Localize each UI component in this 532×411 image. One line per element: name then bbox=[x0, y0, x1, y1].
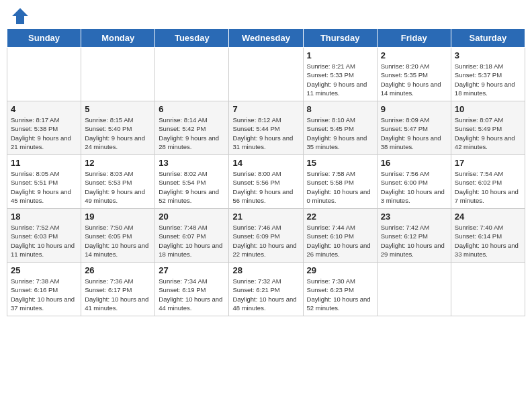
svg-marker-0 bbox=[12, 8, 28, 24]
day-number: 28 bbox=[232, 265, 299, 275]
day-info: Sunrise: 8:03 AM Sunset: 5:53 PM Dayligh… bbox=[85, 169, 151, 205]
calendar-cell: 10Sunrise: 8:07 AM Sunset: 5:49 PM Dayli… bbox=[451, 101, 525, 155]
calendar-cell: 11Sunrise: 8:05 AM Sunset: 5:51 PM Dayli… bbox=[7, 155, 81, 209]
day-number: 16 bbox=[381, 158, 447, 168]
calendar-cell: 22Sunrise: 7:44 AM Sunset: 6:10 PM Dayli… bbox=[303, 209, 377, 263]
day-info: Sunrise: 8:20 AM Sunset: 5:35 PM Dayligh… bbox=[381, 62, 447, 97]
calendar-cell: 4Sunrise: 8:17 AM Sunset: 5:38 PM Daylig… bbox=[7, 101, 81, 155]
calendar-table: SundayMondayTuesdayWednesdayThursdayFrid… bbox=[7, 28, 525, 316]
weekday-header-sunday: Sunday bbox=[7, 29, 81, 48]
day-info: Sunrise: 7:58 AM Sunset: 5:58 PM Dayligh… bbox=[307, 169, 373, 205]
calendar-cell bbox=[451, 263, 525, 316]
logo bbox=[9, 7, 30, 23]
day-info: Sunrise: 7:50 AM Sunset: 6:05 PM Dayligh… bbox=[85, 223, 151, 259]
calendar-cell: 28Sunrise: 7:32 AM Sunset: 6:21 PM Dayli… bbox=[229, 263, 303, 316]
day-number: 9 bbox=[381, 104, 447, 114]
day-info: Sunrise: 8:21 AM Sunset: 5:33 PM Dayligh… bbox=[307, 62, 373, 97]
day-info: Sunrise: 7:54 AM Sunset: 6:02 PM Dayligh… bbox=[455, 169, 521, 205]
day-number: 8 bbox=[307, 104, 373, 114]
day-info: Sunrise: 8:15 AM Sunset: 5:40 PM Dayligh… bbox=[85, 116, 151, 151]
weekday-header-saturday: Saturday bbox=[451, 29, 525, 48]
day-number: 1 bbox=[307, 50, 373, 60]
day-info: Sunrise: 7:30 AM Sunset: 6:23 PM Dayligh… bbox=[307, 277, 373, 312]
calendar-cell: 23Sunrise: 7:42 AM Sunset: 6:12 PM Dayli… bbox=[377, 209, 451, 263]
day-info: Sunrise: 7:38 AM Sunset: 6:16 PM Dayligh… bbox=[11, 277, 77, 312]
day-info: Sunrise: 8:10 AM Sunset: 5:45 PM Dayligh… bbox=[307, 116, 373, 151]
day-info: Sunrise: 8:14 AM Sunset: 5:42 PM Dayligh… bbox=[159, 116, 225, 151]
day-number: 7 bbox=[232, 104, 299, 114]
day-number: 22 bbox=[307, 212, 373, 222]
day-info: Sunrise: 7:52 AM Sunset: 6:03 PM Dayligh… bbox=[11, 223, 77, 259]
calendar-cell: 5Sunrise: 8:15 AM Sunset: 5:40 PM Daylig… bbox=[81, 101, 155, 155]
day-number: 15 bbox=[307, 158, 373, 168]
calendar-cell: 26Sunrise: 7:36 AM Sunset: 6:17 PM Dayli… bbox=[81, 263, 155, 316]
calendar-cell: 21Sunrise: 7:46 AM Sunset: 6:09 PM Dayli… bbox=[229, 209, 303, 263]
day-number: 20 bbox=[159, 212, 225, 222]
calendar-cell bbox=[377, 263, 451, 316]
day-number: 21 bbox=[232, 212, 299, 222]
day-number: 25 bbox=[11, 265, 77, 275]
calendar-cell: 25Sunrise: 7:38 AM Sunset: 6:16 PM Dayli… bbox=[7, 263, 81, 316]
day-number: 19 bbox=[85, 212, 151, 222]
calendar-cell: 18Sunrise: 7:52 AM Sunset: 6:03 PM Dayli… bbox=[7, 209, 81, 263]
day-info: Sunrise: 7:48 AM Sunset: 6:07 PM Dayligh… bbox=[159, 223, 225, 259]
day-info: Sunrise: 7:46 AM Sunset: 6:09 PM Dayligh… bbox=[232, 223, 299, 259]
calendar-cell: 27Sunrise: 7:34 AM Sunset: 6:19 PM Dayli… bbox=[155, 263, 229, 316]
day-number: 24 bbox=[455, 212, 521, 222]
calendar-body: 1Sunrise: 8:21 AM Sunset: 5:33 PM Daylig… bbox=[7, 48, 525, 316]
day-info: Sunrise: 8:02 AM Sunset: 5:54 PM Dayligh… bbox=[159, 169, 225, 205]
day-info: Sunrise: 7:44 AM Sunset: 6:10 PM Dayligh… bbox=[307, 223, 373, 259]
calendar-cell: 16Sunrise: 7:56 AM Sunset: 6:00 PM Dayli… bbox=[377, 155, 451, 209]
day-number: 5 bbox=[85, 104, 151, 114]
day-info: Sunrise: 7:40 AM Sunset: 6:14 PM Dayligh… bbox=[455, 223, 521, 259]
day-info: Sunrise: 7:56 AM Sunset: 6:00 PM Dayligh… bbox=[381, 169, 447, 205]
calendar-cell: 7Sunrise: 8:12 AM Sunset: 5:44 PM Daylig… bbox=[229, 101, 303, 155]
calendar-cell: 1Sunrise: 8:21 AM Sunset: 5:33 PM Daylig… bbox=[303, 48, 377, 101]
calendar-cell bbox=[81, 48, 155, 101]
day-info: Sunrise: 7:32 AM Sunset: 6:21 PM Dayligh… bbox=[232, 277, 299, 312]
day-number: 26 bbox=[85, 265, 151, 275]
calendar-cell: 2Sunrise: 8:20 AM Sunset: 5:35 PM Daylig… bbox=[377, 48, 451, 101]
day-number: 4 bbox=[11, 104, 77, 114]
day-number: 23 bbox=[381, 212, 447, 222]
calendar-week-3: 18Sunrise: 7:52 AM Sunset: 6:03 PM Dayli… bbox=[7, 209, 525, 263]
day-number: 29 bbox=[307, 265, 373, 275]
day-number: 13 bbox=[159, 158, 225, 168]
calendar-cell: 20Sunrise: 7:48 AM Sunset: 6:07 PM Dayli… bbox=[155, 209, 229, 263]
day-info: Sunrise: 8:12 AM Sunset: 5:44 PM Dayligh… bbox=[232, 116, 299, 151]
day-info: Sunrise: 8:00 AM Sunset: 5:56 PM Dayligh… bbox=[232, 169, 299, 205]
day-number: 14 bbox=[232, 158, 299, 168]
day-info: Sunrise: 7:36 AM Sunset: 6:17 PM Dayligh… bbox=[85, 277, 151, 312]
calendar-cell bbox=[7, 48, 81, 101]
day-info: Sunrise: 7:34 AM Sunset: 6:19 PM Dayligh… bbox=[159, 277, 225, 312]
day-number: 11 bbox=[11, 158, 77, 168]
weekday-header-wednesday: Wednesday bbox=[229, 29, 303, 48]
day-number: 12 bbox=[85, 158, 151, 168]
calendar-cell: 14Sunrise: 8:00 AM Sunset: 5:56 PM Dayli… bbox=[229, 155, 303, 209]
calendar-week-4: 25Sunrise: 7:38 AM Sunset: 6:16 PM Dayli… bbox=[7, 263, 525, 316]
calendar-cell: 17Sunrise: 7:54 AM Sunset: 6:02 PM Dayli… bbox=[451, 155, 525, 209]
calendar-cell: 13Sunrise: 8:02 AM Sunset: 5:54 PM Dayli… bbox=[155, 155, 229, 209]
weekday-header-monday: Monday bbox=[81, 29, 155, 48]
day-info: Sunrise: 8:18 AM Sunset: 5:37 PM Dayligh… bbox=[455, 62, 521, 97]
day-number: 27 bbox=[159, 265, 225, 275]
calendar-cell: 6Sunrise: 8:14 AM Sunset: 5:42 PM Daylig… bbox=[155, 101, 229, 155]
weekday-header-friday: Friday bbox=[377, 29, 451, 48]
weekday-header-tuesday: Tuesday bbox=[155, 29, 229, 48]
calendar-cell: 8Sunrise: 8:10 AM Sunset: 5:45 PM Daylig… bbox=[303, 101, 377, 155]
calendar-cell: 29Sunrise: 7:30 AM Sunset: 6:23 PM Dayli… bbox=[303, 263, 377, 316]
calendar-cell: 12Sunrise: 8:03 AM Sunset: 5:53 PM Dayli… bbox=[81, 155, 155, 209]
day-info: Sunrise: 8:05 AM Sunset: 5:51 PM Dayligh… bbox=[11, 169, 77, 205]
day-info: Sunrise: 7:42 AM Sunset: 6:12 PM Dayligh… bbox=[381, 223, 447, 259]
calendar-cell: 15Sunrise: 7:58 AM Sunset: 5:58 PM Dayli… bbox=[303, 155, 377, 209]
day-info: Sunrise: 8:07 AM Sunset: 5:49 PM Dayligh… bbox=[455, 116, 521, 151]
calendar-header-row: SundayMondayTuesdayWednesdayThursdayFrid… bbox=[7, 29, 525, 48]
calendar-cell bbox=[229, 48, 303, 101]
page-header bbox=[7, 7, 525, 23]
calendar-cell: 24Sunrise: 7:40 AM Sunset: 6:14 PM Dayli… bbox=[451, 209, 525, 263]
day-number: 6 bbox=[159, 104, 225, 114]
day-number: 3 bbox=[455, 50, 521, 60]
calendar-week-1: 4Sunrise: 8:17 AM Sunset: 5:38 PM Daylig… bbox=[7, 101, 525, 155]
day-number: 10 bbox=[455, 104, 521, 114]
day-info: Sunrise: 8:09 AM Sunset: 5:47 PM Dayligh… bbox=[381, 116, 447, 151]
